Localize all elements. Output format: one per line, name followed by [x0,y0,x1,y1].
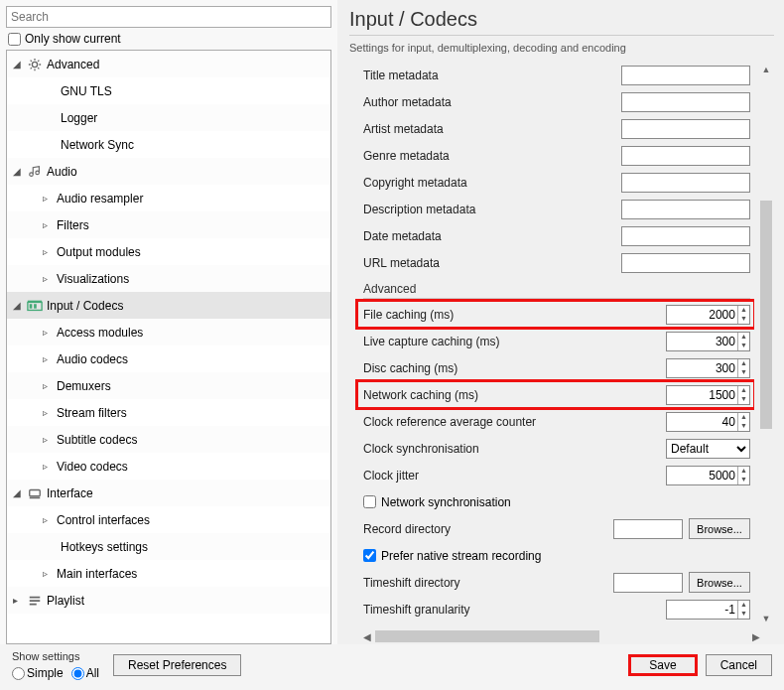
field-label: Genre metadata [363,149,621,163]
svg-rect-4 [34,304,37,308]
only-show-current[interactable]: Only show current [8,32,331,46]
only-show-current-checkbox[interactable] [8,33,21,46]
tree-item-audio[interactable]: ◢Audio [7,158,330,185]
tree-item-subtitle-codecs[interactable]: ▹Subtitle codecs [7,426,330,453]
network-sync-row[interactable]: Network synchronisation [363,488,750,515]
record-dir-input[interactable] [613,519,683,539]
tree-item-label: Stream filters [57,406,127,420]
tree-item-label: Filters [57,218,89,232]
url-metadata-input[interactable] [621,253,750,273]
expand-arrow-icon[interactable]: ▹ [43,434,53,445]
genre-metadata-input[interactable] [621,146,750,166]
title-metadata-input[interactable] [621,66,750,85]
prefer-native-checkbox[interactable] [363,549,376,562]
timeshift-dir-browse-button[interactable]: Browse... [689,572,750,593]
copyright-metadata-input[interactable] [621,173,750,193]
network-caching-input[interactable]: ▲▼ [666,385,750,405]
tree-item-visualizations[interactable]: ▹Visualizations [7,265,330,292]
tree-item-gnu-tls[interactable]: GNU TLS [7,77,330,104]
timeshift-dir-input[interactable] [613,573,683,593]
tree-item-audio-codecs[interactable]: ▹Audio codecs [7,345,330,372]
description-metadata-input[interactable] [621,200,750,219]
clock-sync-row: Clock synchronisation Default [363,435,750,462]
expand-arrow-icon[interactable]: ▹ [43,568,53,579]
expand-arrow-icon[interactable]: ▹ [43,514,53,525]
show-settings-label: Show settings [12,650,99,662]
settings-tree[interactable]: ◢AdvancedGNU TLSLoggerNetwork Sync◢Audio… [6,50,331,644]
tree-item-main-interfaces[interactable]: ▹Main interfaces [7,560,330,587]
tree-item-label: Subtitle codecs [57,433,137,447]
copyright-metadata-row: Copyright metadata [363,169,750,196]
show-settings-all[interactable]: All [71,666,99,680]
disc-caching-row: Disc caching (ms) ▲▼ [363,354,750,381]
tree-item-label: Main interfaces [57,567,137,581]
tree-item-label: Hotkeys settings [61,540,148,554]
interface-icon [27,485,43,501]
tree-item-audio-resampler[interactable]: ▹Audio resampler [7,185,330,211]
reset-preferences-button[interactable]: Reset Preferences [113,654,241,676]
expand-arrow-icon[interactable]: ▸ [13,595,23,606]
tree-item-filters[interactable]: ▹Filters [7,211,330,238]
date-metadata-input[interactable] [621,226,750,246]
expand-arrow-icon[interactable]: ◢ [13,166,23,177]
file-caching-spinner[interactable]: ▲▼ [737,306,749,324]
disc-caching-input[interactable]: ▲▼ [666,358,750,378]
tree-item-network-sync[interactable]: Network Sync [7,131,330,158]
form-horizontal-scrollbar[interactable]: ◀ ▶ [363,628,760,644]
tree-item-demuxers[interactable]: ▹Demuxers [7,372,330,399]
timeshift-gran-input[interactable]: ▲▼ [666,600,750,620]
tree-item-video-codecs[interactable]: ▹Video codecs [7,453,330,480]
tree-item-interface[interactable]: ◢Interface [7,480,330,506]
author-metadata-input[interactable] [621,92,750,112]
tree-item-control-interfaces[interactable]: ▹Control interfaces [7,506,330,533]
clock-avg-row: Clock reference average counter ▲▼ [363,408,750,435]
network-sync-checkbox[interactable] [363,495,376,508]
record-dir-browse-button[interactable]: Browse... [689,518,750,539]
tree-item-playlist[interactable]: ▸Playlist [7,587,330,614]
svg-rect-6 [30,496,41,498]
description-metadata-row: Description metadata [363,196,750,222]
live-caching-input[interactable]: ▲▼ [666,332,750,351]
artist-metadata-input[interactable] [621,119,750,139]
clock-avg-input[interactable]: ▲▼ [666,412,750,432]
timeshift-gran-row: Timeshift granularity ▲▼ [363,596,750,622]
svg-rect-5 [30,489,41,495]
expand-arrow-icon[interactable]: ◢ [13,59,23,69]
expand-arrow-icon[interactable]: ▹ [43,461,53,472]
tree-item-hotkeys-settings[interactable]: Hotkeys settings [7,533,330,560]
cancel-button[interactable]: Cancel [706,654,772,676]
tree-item-label: Input / Codecs [47,299,123,313]
search-input[interactable] [6,6,331,28]
tree-item-input-codecs[interactable]: ◢Input / Codecs [7,292,330,319]
tree-item-advanced[interactable]: ◢Advanced [7,51,330,77]
tree-item-logger[interactable]: Logger [7,104,330,131]
expand-arrow-icon[interactable]: ▹ [43,327,53,338]
clock-jitter-input[interactable]: ▲▼ [666,466,750,485]
clock-sync-select[interactable]: Default [666,439,750,459]
form-vertical-scrollbar[interactable]: ▲ ▼ [758,62,774,626]
expand-arrow-icon[interactable]: ▹ [43,407,53,418]
expand-arrow-icon[interactable]: ▹ [43,353,53,364]
tree-item-output-modules[interactable]: ▹Output modules [7,238,330,265]
expand-arrow-icon[interactable]: ▹ [43,273,53,284]
file-caching-input[interactable]: ▲▼ [666,305,750,325]
tree-item-label: Advanced [47,58,99,71]
expand-arrow-icon[interactable]: ▹ [43,380,53,391]
prefer-native-row[interactable]: Prefer native stream recording [363,542,750,569]
expand-arrow-icon[interactable]: ◢ [13,300,23,311]
tree-item-label: Visualizations [57,272,129,286]
expand-arrow-icon[interactable]: ◢ [13,487,23,498]
tree-item-label: Output modules [57,245,141,259]
timeshift-dir-row: Timeshift directory Browse... [363,569,750,596]
expand-arrow-icon[interactable]: ▹ [43,246,53,257]
tree-item-access-modules[interactable]: ▹Access modules [7,319,330,345]
tree-item-stream-filters[interactable]: ▹Stream filters [7,399,330,426]
field-label: URL metadata [363,256,621,270]
advanced-section-header: Advanced [363,282,750,299]
record-dir-row: Record directory Browse... [363,515,750,542]
save-button[interactable]: Save [628,654,697,676]
show-settings-simple[interactable]: Simple [12,666,64,680]
expand-arrow-icon[interactable]: ▹ [43,193,53,204]
genre-metadata-row: Genre metadata [363,142,750,169]
expand-arrow-icon[interactable]: ▹ [43,219,53,230]
